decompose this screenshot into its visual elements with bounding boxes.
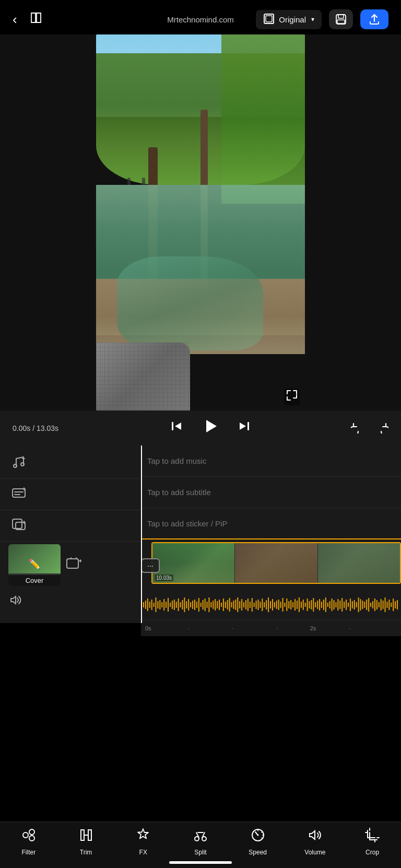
- toolbar-item-fx[interactable]: FX: [122, 827, 164, 856]
- svg-rect-88: [294, 599, 296, 611]
- svg-rect-13: [67, 559, 78, 568]
- time-ruler: 0s · · · 2s ·: [141, 620, 401, 636]
- toolbar-item-trim[interactable]: Trim: [65, 827, 107, 856]
- svg-rect-116: [352, 601, 353, 608]
- sticker-add-icon[interactable]: [8, 516, 29, 536]
- toolbar-item-volume[interactable]: Volume: [294, 827, 336, 856]
- waveform: [141, 594, 401, 615]
- svg-rect-50: [217, 601, 218, 608]
- toolbar-items: Filter Trim FX: [0, 822, 401, 858]
- waveform-row: [141, 589, 401, 620]
- svg-rect-79: [276, 601, 277, 609]
- svg-rect-103: [325, 597, 326, 612]
- svg-rect-129: [379, 602, 380, 607]
- svg-rect-15: [145, 601, 146, 609]
- timeline-right: Tap to add music Tap to add subtitle Tap…: [141, 445, 401, 636]
- current-time: 0.00s: [13, 424, 30, 432]
- fullscreen-button[interactable]: [284, 389, 300, 405]
- svg-rect-81: [280, 602, 281, 608]
- svg-rect-99: [317, 601, 318, 609]
- export-button[interactable]: [360, 9, 388, 29]
- ruler-0s: 0s: [145, 625, 151, 631]
- svg-rect-14: [143, 602, 144, 607]
- svg-rect-34: [184, 597, 185, 612]
- svg-rect-31: [178, 599, 179, 611]
- svg-rect-113: [346, 600, 347, 610]
- svg-rect-48: [213, 601, 214, 609]
- book-icon[interactable]: [30, 12, 42, 27]
- svg-rect-89: [297, 601, 298, 609]
- clip-2[interactable]: [235, 543, 317, 583]
- cover-thumbnail[interactable]: ✏️ Cover: [8, 544, 61, 586]
- trim-label: Trim: [80, 849, 92, 856]
- svg-rect-62: [241, 599, 242, 611]
- svg-rect-17: [149, 602, 150, 608]
- back-button[interactable]: ‹: [13, 13, 17, 26]
- sticker-tap-row[interactable]: Tap to add sticker / PiP: [141, 508, 401, 539]
- sticker-tap-label: Tap to add sticker / PiP: [147, 519, 227, 528]
- svg-rect-40: [196, 602, 197, 608]
- svg-rect-44: [205, 599, 206, 611]
- svg-rect-138: [397, 600, 398, 609]
- ruler-tick-2: ·: [232, 625, 233, 631]
- svg-rect-23: [161, 602, 162, 607]
- clip-1[interactable]: 10.03s: [152, 543, 235, 583]
- home-indicator: [169, 861, 232, 864]
- svg-rect-91: [301, 602, 302, 608]
- svg-rect-73: [264, 602, 265, 607]
- svg-rect-60: [237, 597, 238, 612]
- music-add-icon[interactable]: [8, 453, 29, 473]
- svg-rect-5: [96, 343, 190, 410]
- toolbar-item-crop[interactable]: Crop: [351, 827, 393, 856]
- svg-rect-134: [388, 600, 390, 610]
- speed-icon: [250, 827, 266, 847]
- subtitle-add-icon[interactable]: [8, 485, 29, 505]
- svg-point-139: [23, 832, 28, 838]
- svg-rect-84: [286, 599, 287, 611]
- svg-rect-70: [258, 600, 259, 610]
- svg-rect-75: [268, 597, 269, 612]
- svg-rect-67: [252, 598, 253, 612]
- clip-more-button[interactable]: ···: [141, 558, 160, 573]
- volume-icon[interactable]: [8, 593, 22, 610]
- svg-rect-137: [395, 601, 396, 608]
- undo-button[interactable]: [351, 420, 364, 437]
- svg-rect-105: [329, 601, 331, 608]
- clip-1-duration: 10.03s: [155, 574, 173, 581]
- redo-button[interactable]: [375, 420, 388, 437]
- svg-rect-35: [186, 601, 187, 608]
- play-button[interactable]: [202, 418, 219, 438]
- skip-forward-button[interactable]: [238, 419, 251, 437]
- watermark: Mrtechnomind.com: [167, 15, 234, 24]
- svg-rect-115: [350, 599, 351, 611]
- clip-add-icon[interactable]: [66, 556, 81, 574]
- playback-controls: [170, 418, 251, 438]
- filter-icon: [21, 827, 37, 847]
- svg-rect-24: [163, 599, 164, 611]
- svg-rect-1: [266, 16, 272, 22]
- save-button[interactable]: [329, 9, 353, 29]
- svg-rect-57: [231, 602, 232, 607]
- clip-3[interactable]: [318, 543, 400, 583]
- ratio-selector[interactable]: Original ▾: [256, 10, 322, 29]
- svg-rect-20: [156, 597, 157, 612]
- dropdown-arrow-icon: ▾: [311, 16, 314, 23]
- toolbar-item-split[interactable]: Split: [180, 827, 221, 856]
- svg-rect-16: [147, 599, 148, 611]
- svg-rect-132: [385, 597, 386, 612]
- music-tap-row[interactable]: Tap to add music: [141, 445, 401, 477]
- toolbar-item-speed[interactable]: Speed: [237, 827, 279, 856]
- time-display: 0.00s / 13.03s: [13, 424, 70, 432]
- svg-rect-101: [321, 602, 322, 608]
- svg-rect-22: [159, 600, 160, 609]
- toolbar-item-filter[interactable]: Filter: [8, 827, 50, 856]
- skip-back-button[interactable]: [170, 419, 183, 437]
- svg-rect-104: [327, 603, 328, 607]
- track-controls: ✏️ Cover: [0, 445, 141, 636]
- svg-rect-87: [292, 602, 293, 607]
- top-bar-left: ‹: [13, 12, 42, 27]
- subtitle-tap-row[interactable]: Tap to add subtitle: [141, 477, 401, 508]
- clip-strip: 10.03s: [151, 542, 401, 584]
- svg-rect-95: [309, 601, 310, 608]
- svg-rect-111: [341, 598, 343, 612]
